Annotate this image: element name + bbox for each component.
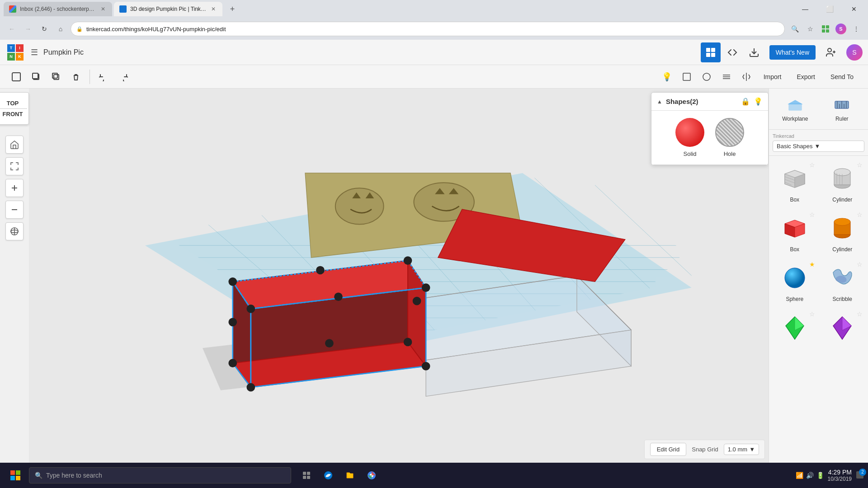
shapes-dropdown[interactable]: Basic Shapes ▼: [773, 141, 864, 152]
battery-icon[interactable]: 🔋: [816, 472, 824, 479]
wifi-icon[interactable]: 📶: [796, 472, 803, 479]
taskbar-edge-icon[interactable]: [318, 465, 338, 485]
extensions-icon[interactable]: [819, 23, 832, 35]
back-button[interactable]: ←: [5, 23, 18, 35]
home-button[interactable]: ⌂: [54, 23, 67, 35]
view-cube[interactable]: TOP FRONT: [0, 92, 33, 128]
download-button[interactable]: [744, 42, 764, 62]
shapes-collapse-icon[interactable]: ▲: [657, 99, 662, 105]
profile-icon[interactable]: S: [835, 23, 847, 35]
export-button[interactable]: Export: [789, 70, 822, 83]
handle-bottom-left-front[interactable]: [246, 383, 255, 392]
import-button[interactable]: Import: [756, 70, 789, 83]
redo-button[interactable]: [114, 68, 132, 86]
start-button[interactable]: [4, 465, 27, 486]
mirror-icon[interactable]: [738, 69, 755, 85]
whats-new-button[interactable]: What's New: [769, 45, 816, 60]
clock[interactable]: 4:29 PM 10/3/2019: [828, 469, 852, 482]
solid-option[interactable]: Solid: [675, 118, 704, 157]
handle-top-right[interactable]: [404, 256, 412, 265]
shape-item-cylinder-gray[interactable]: ☆: [821, 160, 865, 206]
shape-item-cylinder-orange[interactable]: ☆ Cylinder: [821, 209, 865, 255]
ruler-button[interactable]: Ruler: [820, 92, 865, 126]
shape-item-sphere-blue[interactable]: ★: [773, 259, 817, 305]
url-bar[interactable]: 🔒 tinkercad.com/things/koHULg77vUN-pumpk…: [71, 22, 785, 36]
handle-top-mid-back[interactable]: [316, 266, 325, 275]
tab-gmail-close[interactable]: ✕: [99, 5, 107, 13]
tinkercad-logo[interactable]: T I N K: [5, 43, 25, 61]
star-scribble-icon[interactable]: ☆: [857, 261, 863, 268]
taskbar-search[interactable]: 🔍 Type here to search: [29, 467, 291, 483]
handle-top-left-front[interactable]: [246, 305, 255, 313]
handle-top-left[interactable]: [228, 277, 237, 286]
orbit-button[interactable]: [5, 222, 24, 240]
solid-label: Solid: [684, 150, 697, 157]
user-avatar[interactable]: S: [846, 44, 863, 61]
hamburger-icon[interactable]: ☰: [31, 47, 38, 57]
handle-bottom-mid[interactable]: [325, 339, 334, 347]
volume-icon[interactable]: 🔊: [806, 472, 814, 479]
star-gem-purple-icon[interactable]: ☆: [857, 310, 863, 318]
code-view-button[interactable]: [722, 42, 742, 62]
search-icon[interactable]: 🔍: [788, 23, 801, 35]
duplicate-button[interactable]: [47, 68, 65, 86]
perspective-icon[interactable]: [679, 69, 695, 85]
star-box-red-icon[interactable]: ☆: [809, 211, 815, 218]
shape-item-scribble[interactable]: ☆ Scribble: [821, 259, 865, 305]
copy-button[interactable]: [27, 68, 45, 86]
user-add-button[interactable]: [821, 42, 841, 62]
workplane-button[interactable]: Workplane: [773, 92, 818, 126]
shapes-light-icon[interactable]: 💡: [754, 97, 763, 106]
add-shape-button[interactable]: [7, 68, 25, 86]
minimize-button[interactable]: —: [795, 2, 816, 16]
view-front-label: FRONT: [3, 111, 23, 117]
tab-tinkercad-close[interactable]: ✕: [210, 5, 217, 13]
menu-icon[interactable]: ⋮: [850, 23, 863, 35]
delete-button[interactable]: [67, 68, 85, 86]
undo-button[interactable]: [94, 68, 113, 86]
tab-tinkercad[interactable]: 3D design Pumpkin Pic | Tinkerc... ✕: [114, 2, 222, 16]
star-cylinder-orange-icon[interactable]: ☆: [857, 211, 863, 218]
handle-bottom-left[interactable]: [228, 359, 237, 367]
forward-button[interactable]: →: [22, 23, 34, 35]
star-box-gray-icon[interactable]: ☆: [809, 161, 815, 169]
edit-grid-button[interactable]: Edit Grid: [650, 443, 687, 456]
task-view-button[interactable]: [297, 465, 316, 485]
new-tab-button[interactable]: +: [226, 3, 239, 15]
star-cylinder-gray-icon[interactable]: ☆: [857, 161, 863, 169]
star-sphere-icon[interactable]: ★: [809, 261, 815, 268]
light-bulb-icon[interactable]: 💡: [659, 69, 675, 85]
canvas-area[interactable]: ▲ Shapes(2) 🔒 💡 Solid Hole: [29, 89, 769, 463]
grid-view-button[interactable]: [701, 42, 721, 62]
snap-grid-value[interactable]: 1.0 mm ▼: [724, 444, 759, 455]
zoom-out-button[interactable]: [5, 201, 24, 219]
reload-button[interactable]: ↻: [38, 23, 51, 35]
shape-item-gem-purple[interactable]: ☆: [821, 309, 865, 348]
shape-item-box-gray[interactable]: ☆: [773, 160, 817, 206]
shape-toggle-icon[interactable]: [698, 69, 715, 85]
fit-view-button[interactable]: [5, 157, 24, 175]
zoom-in-button[interactable]: [5, 179, 24, 197]
taskbar-chrome-icon[interactable]: [362, 465, 382, 485]
tab-gmail[interactable]: Inbox (2,646) - schockenterprises ✕: [4, 2, 112, 16]
bookmark-icon[interactable]: ☆: [804, 23, 816, 35]
shape-item-gem-green[interactable]: ☆: [773, 309, 817, 348]
home-view-button[interactable]: [5, 136, 24, 154]
handle-left-mid[interactable]: [228, 318, 237, 326]
align-icon[interactable]: [718, 69, 735, 85]
shapes-lock-icon[interactable]: 🔒: [741, 97, 750, 106]
send-to-button[interactable]: Send To: [823, 70, 861, 83]
handle-top-right-front[interactable]: [422, 283, 430, 292]
handle-bottom-right-front[interactable]: [422, 362, 430, 371]
star-gem-green-icon[interactable]: ☆: [809, 310, 815, 318]
taskbar-files-icon[interactable]: [340, 465, 360, 485]
hole-label: Hole: [724, 150, 736, 157]
handle-right-mid[interactable]: [413, 297, 421, 305]
hole-option[interactable]: Hole: [715, 118, 744, 157]
maximize-button[interactable]: ⬜: [819, 2, 840, 16]
handle-bottom-right[interactable]: [404, 338, 412, 347]
shape-item-box-red[interactable]: ☆ Box: [773, 209, 817, 255]
notification-button[interactable]: 2: [855, 470, 864, 481]
handle-top-mid-front[interactable]: [334, 292, 343, 301]
close-button[interactable]: ✕: [844, 2, 864, 16]
